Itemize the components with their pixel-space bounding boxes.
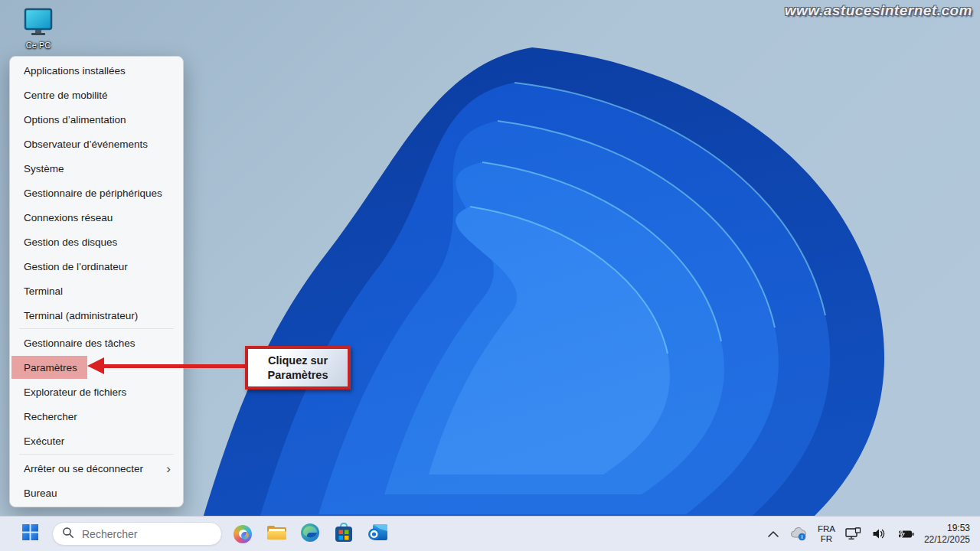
menu-item-gestionnaire-taches[interactable]: Gestionnaire des tâches bbox=[10, 331, 183, 355]
annotation-callout: Cliquez sur Paramètres bbox=[245, 346, 351, 390]
store-bag-icon bbox=[335, 523, 353, 546]
chevron-right-icon: › bbox=[166, 462, 174, 475]
menu-item-executer[interactable]: Exécuter bbox=[10, 429, 183, 453]
start-button[interactable] bbox=[17, 521, 43, 547]
menu-item-label: Terminal bbox=[24, 285, 63, 297]
menu-item-label: Centre de mobilité bbox=[24, 90, 108, 101]
outlook-envelope-icon bbox=[368, 523, 388, 545]
clock-date: 22/12/2025 bbox=[924, 534, 970, 546]
search-input[interactable] bbox=[80, 527, 203, 541]
menu-item-explorateur-fichiers[interactable]: Explorateur de fichiers bbox=[10, 380, 183, 404]
menu-item-label: Terminal (administrateur) bbox=[24, 310, 138, 321]
menu-item-label: Options d’alimentation bbox=[24, 114, 126, 126]
battery-charging-icon[interactable] bbox=[897, 529, 914, 540]
menu-item-bureau[interactable]: Bureau bbox=[10, 481, 183, 505]
menu-separator bbox=[19, 328, 174, 329]
menu-item-label: Paramètres bbox=[24, 362, 77, 373]
file-explorer-button[interactable] bbox=[263, 521, 289, 547]
copilot-button[interactable] bbox=[230, 521, 256, 547]
annotation-arrow-line bbox=[103, 364, 247, 368]
menu-item-label: Gestionnaire de périphériques bbox=[24, 187, 162, 199]
system-tray: i FRA FR bbox=[767, 523, 980, 546]
menu-item-label: Gestion des disques bbox=[24, 236, 117, 248]
menu-item-label: Observateur d’événements bbox=[24, 139, 148, 150]
menu-item-label: Exécuter bbox=[24, 435, 64, 447]
menu-item-centre-mobilite[interactable]: Centre de mobilité bbox=[10, 83, 183, 107]
menu-item-observateur-evenements[interactable]: Observateur d’événements bbox=[10, 132, 183, 156]
menu-item-label: Gestionnaire des tâches bbox=[24, 337, 136, 349]
folder-icon bbox=[266, 524, 287, 544]
site-watermark: www.astucesinternet.com bbox=[785, 2, 972, 19]
menu-item-gestion-ordinateur[interactable]: Gestion de l’ordinateur bbox=[10, 254, 183, 279]
menu-item-terminal-admin[interactable]: Terminal (administrateur) bbox=[10, 303, 183, 328]
windows-logo-icon bbox=[22, 524, 38, 543]
menu-item-label: Bureau bbox=[24, 487, 57, 499]
clock-time: 19:53 bbox=[924, 523, 970, 534]
clock[interactable]: 19:53 22/12/2025 bbox=[924, 523, 970, 546]
outlook-button[interactable] bbox=[364, 521, 390, 547]
menu-item-label: Arrêter ou se déconnecter bbox=[24, 463, 143, 474]
cloud-info-icon[interactable]: i bbox=[789, 527, 808, 541]
monitor-icon bbox=[21, 26, 55, 39]
annotation-arrow-head bbox=[87, 357, 104, 374]
desktop-icon-ce-pc[interactable]: Ce PC bbox=[18, 8, 58, 50]
menu-item-terminal[interactable]: Terminal bbox=[10, 279, 183, 303]
language-line1: FRA bbox=[818, 524, 835, 534]
menu-item-connexions-reseau[interactable]: Connexions réseau bbox=[10, 205, 183, 230]
menu-item-label: Système bbox=[24, 163, 64, 174]
menu-item-label: Connexions réseau bbox=[24, 212, 113, 223]
store-button[interactable] bbox=[331, 521, 357, 547]
winx-context-menu: Applications installées Centre de mobili… bbox=[9, 56, 184, 507]
edge-swirl-icon bbox=[300, 523, 320, 546]
taskbar-search[interactable] bbox=[52, 522, 222, 546]
menu-item-gestion-disques[interactable]: Gestion des disques bbox=[10, 230, 183, 254]
svg-text:i: i bbox=[801, 534, 802, 540]
chevron-up-icon[interactable] bbox=[767, 530, 779, 538]
menu-item-applications-installees[interactable]: Applications installées bbox=[10, 58, 183, 83]
copilot-swirl-icon bbox=[234, 525, 252, 543]
speaker-icon[interactable] bbox=[872, 528, 887, 540]
language-line2: FR bbox=[818, 534, 835, 544]
language-indicator[interactable]: FRA FR bbox=[818, 524, 835, 544]
taskbar: i FRA FR bbox=[0, 516, 980, 551]
menu-item-options-alimentation[interactable]: Options d’alimentation bbox=[10, 107, 183, 132]
menu-item-systeme[interactable]: Système bbox=[10, 156, 183, 181]
magnifier-icon bbox=[62, 527, 74, 542]
edge-button[interactable] bbox=[297, 521, 323, 547]
menu-item-label: Explorateur de fichiers bbox=[24, 386, 126, 398]
annotation-text-line2: Paramètres bbox=[268, 368, 328, 383]
menu-item-gestionnaire-peripheriques[interactable]: Gestionnaire de périphériques bbox=[10, 181, 183, 205]
menu-item-label: Applications installées bbox=[24, 65, 126, 77]
menu-item-rechercher[interactable]: Rechercher bbox=[10, 404, 183, 429]
annotation-text-line1: Cliquez sur bbox=[268, 354, 328, 368]
ethernet-monitor-icon[interactable] bbox=[845, 527, 862, 540]
menu-item-label: Gestion de l’ordinateur bbox=[24, 261, 128, 272]
menu-item-arreter-deconnecter[interactable]: Arrêter ou se déconnecter › bbox=[10, 456, 183, 481]
menu-item-label: Rechercher bbox=[24, 411, 77, 422]
desktop-icon-label: Ce PC bbox=[18, 41, 58, 50]
menu-separator bbox=[19, 454, 174, 455]
